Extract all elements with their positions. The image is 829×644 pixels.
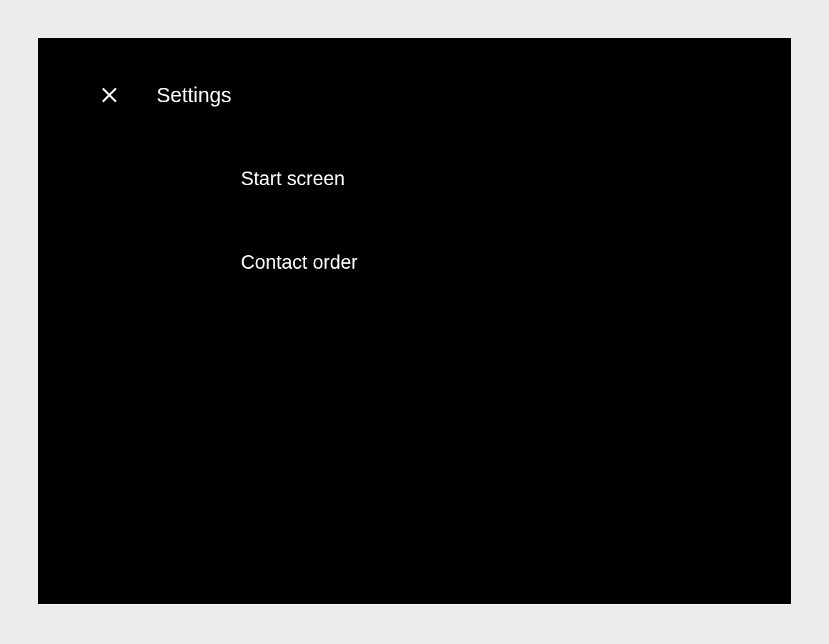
settings-item-label: Start screen: [241, 168, 345, 189]
close-button[interactable]: [95, 81, 124, 109]
close-icon: [99, 85, 119, 105]
header: Settings: [38, 38, 791, 138]
settings-item-contact-order[interactable]: Contact order: [241, 240, 791, 285]
settings-list: Start screen Contact order: [38, 138, 791, 285]
settings-item-start-screen[interactable]: Start screen: [241, 157, 791, 202]
settings-item-label: Contact order: [241, 252, 358, 273]
page-title: Settings: [157, 84, 232, 107]
settings-window: Settings Start screen Contact order: [38, 38, 791, 604]
